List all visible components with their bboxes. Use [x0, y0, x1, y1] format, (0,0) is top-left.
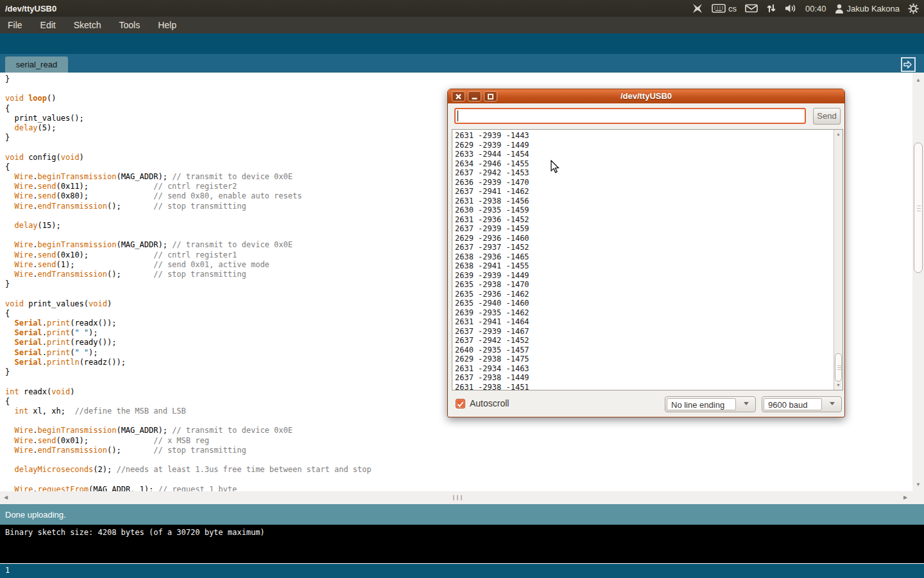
status-text: Done uploading. [5, 510, 66, 520]
scroll-right-arrow[interactable]: ▶ [903, 495, 907, 500]
scroll-up-arrow[interactable]: ▲ [916, 78, 921, 83]
network-updown-icon[interactable] [766, 3, 776, 13]
mouse-cursor [551, 160, 560, 174]
serial-row: 2639 -2935 -1462 [455, 308, 529, 318]
dropbox-icon[interactable] [692, 3, 703, 13]
autoscroll-label[interactable]: Autoscroll [470, 398, 509, 408]
tab-label: serial_read [16, 60, 57, 69]
serial-output: 2631 -2939 -14432629 -2939 -14492633 -29… [455, 131, 529, 390]
serial-row: 2640 -2935 -1457 [455, 346, 529, 355]
chevron-down-icon [830, 402, 835, 405]
editor-vertical-scrollbar[interactable]: ▲ ▼ [912, 73, 924, 491]
desktop-panel: /dev/ttyUSB0 cs 00:40 [0, 0, 924, 17]
serial-row: 2634 -2946 -1455 [455, 159, 529, 169]
scroll-down-arrow[interactable]: ▼ [916, 482, 921, 487]
serial-row: 2631 -2938 -1451 [455, 383, 529, 391]
volume-icon[interactable] [785, 3, 797, 13]
clock[interactable]: 00:40 [805, 4, 826, 13]
serial-monitor-title: /dev/ttyUSB0 [448, 91, 844, 101]
serial-row: 2638 -2941 -1455 [455, 261, 529, 271]
menu-tools[interactable]: Tools [113, 17, 147, 33]
menu-edit[interactable]: Edit [34, 17, 62, 33]
serial-monitor-titlebar[interactable]: /dev/ttyUSB0 [448, 89, 844, 103]
line-ending-value: No line ending [667, 398, 736, 410]
tab-menu-button[interactable] [901, 57, 916, 72]
serial-row: 2637 -2938 -1449 [455, 373, 529, 383]
text-caret [458, 110, 458, 121]
serial-row: 2631 -2936 -1452 [455, 215, 529, 225]
autoscroll-checkbox[interactable] [456, 399, 465, 408]
serial-row: 2635 -2936 -1462 [455, 290, 529, 299]
status-bar: Done uploading. [0, 504, 924, 525]
menu-bar: FileEditSketchToolsHelp [0, 17, 924, 33]
send-button[interactable]: Send [813, 108, 841, 125]
serial-row: 2637 -2942 -1453 [455, 168, 529, 178]
serial-row: 2629 -2936 -1460 [455, 234, 529, 243]
serial-row: 2631 -2938 -1456 [455, 197, 529, 206]
serial-row: 2637 -2939 -1459 [455, 224, 529, 234]
chevron-down-icon [744, 402, 749, 405]
serial-row: 2637 -2939 -1467 [455, 327, 529, 337]
keyboard-icon[interactable] [712, 4, 726, 13]
serial-row: 2631 -2934 -1463 [455, 364, 529, 374]
line-number-bar: 1 [0, 564, 924, 578]
menu-file[interactable]: File [1, 17, 29, 33]
baud-rate-value: 9600 baud [764, 398, 822, 410]
tab-serial-read[interactable]: serial_read [5, 57, 68, 73]
serial-output-area[interactable]: 2631 -2939 -14432629 -2939 -14492633 -29… [452, 129, 843, 390]
serial-row: 2637 -2937 -1452 [455, 243, 529, 252]
menu-sketch[interactable]: Sketch [67, 17, 108, 33]
build-console: Binary sketch size: 4208 bytes (of a 307… [0, 525, 924, 563]
session-gear-icon[interactable] [908, 3, 919, 14]
serial-row: 2631 -2941 -1464 [455, 317, 529, 327]
user-icon [835, 4, 844, 13]
serial-monitor-window: /dev/ttyUSB0 Send 2631 -2939 -14432629 -… [447, 89, 845, 417]
serial-row: 2638 -2936 -1465 [455, 252, 529, 262]
serial-row: 2629 -2938 -1475 [455, 355, 529, 364]
serial-row: 2629 -2939 -1449 [455, 141, 529, 150]
serial-row: 2630 -2935 -1459 [455, 206, 529, 215]
serial-scroll-down-arrow[interactable]: ▼ [836, 383, 841, 388]
serial-scrollbar-thumb[interactable] [835, 353, 842, 381]
username[interactable]: Jakub Kakona [847, 4, 900, 13]
line-ending-dropdown[interactable]: No line ending [665, 396, 756, 412]
serial-row: 2633 -2944 -1454 [455, 150, 529, 159]
menu-help[interactable]: Help [151, 17, 183, 33]
serial-row: 2635 -2940 -1460 [455, 299, 529, 308]
focused-window-title: /dev/ttyUSB0 [5, 4, 56, 13]
serial-row: 2636 -2939 -1470 [455, 178, 529, 188]
editor-scrollbar-thumb[interactable] [914, 143, 923, 273]
serial-scrollbar[interactable]: ▲ ▼ [834, 130, 843, 390]
scroll-left-arrow[interactable]: ◀ [4, 495, 8, 500]
tab-bar: serial_read [0, 54, 924, 73]
mail-icon[interactable] [745, 4, 758, 13]
line-indicator: 1 [5, 566, 10, 575]
code-area[interactable]: } void loop(){ print_values(); delay(5);… [5, 74, 372, 491]
console-text: Binary sketch size: 4208 bytes (of a 307… [5, 528, 265, 537]
keyboard-layout-indicator[interactable]: cs [728, 4, 737, 13]
system-tray: cs 00:40 Jakub Kakona [692, 3, 919, 14]
editor-horizontal-scrollbar[interactable]: ◀ ▶ [0, 491, 924, 504]
serial-scroll-up-arrow[interactable]: ▲ [836, 132, 841, 137]
serial-input[interactable] [454, 108, 806, 124]
serial-row: 2631 -2939 -1443 [455, 131, 529, 141]
serial-row: 2637 -2942 -1452 [455, 336, 529, 346]
baud-rate-dropdown[interactable]: 9600 baud [762, 396, 842, 412]
serial-row: 2635 -2938 -1470 [455, 280, 529, 290]
check-icon [456, 400, 465, 408]
serial-row: 2637 -2941 -1462 [455, 187, 529, 197]
serial-row: 2639 -2939 -1449 [455, 271, 529, 281]
ide-toolbar [0, 33, 924, 54]
